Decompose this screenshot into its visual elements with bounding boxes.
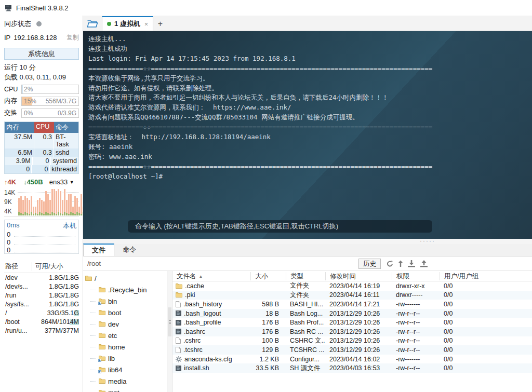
pane-splitter[interactable]: ····· [83,239,532,244]
sidebar: 同步状态 IP 192.168.8.128 复制 系统信息 运行 10 分 负载… [0,16,83,392]
disk-path: /sys/fs... [5,301,34,308]
disk-row[interactable]: /boot864M/1014M [4,317,79,326]
folder-icon [99,287,105,293]
file-mtime-cell: 2023/04/14 17:21 [325,301,392,308]
interface-selector[interactable]: ens33 ▼ [49,178,74,186]
connection-manager-button[interactable] [83,17,102,30]
tree-item[interactable]: media [83,375,167,387]
file-name: .bashrc [184,328,205,335]
system-info-button[interactable]: 系统信息 [4,48,79,60]
process-col-memory[interactable]: 内存 [5,122,34,133]
col-mtime[interactable]: 修改时间 [325,272,392,280]
main-area: 1 虚拟机 × + 连接主机...连接主机成功Last login: Fri A… [83,16,532,392]
file-type-cell: Bash RC ... [286,328,325,335]
network-chart-bars [18,187,78,215]
download-bar [47,213,49,215]
tree-item[interactable]: home [83,341,167,353]
download-bar [51,212,53,215]
download-bar [33,214,34,215]
table-row[interactable]: .bash_profile176 BBash Prof...2013/12/29… [172,318,532,327]
disk-row[interactable]: /33G/35.1G [4,308,79,317]
tree-item[interactable]: mnt [83,387,167,392]
upload-icon[interactable] [420,260,428,267]
process-row[interactable]: 3.9M0systemd [5,157,78,165]
upload-bar [22,200,24,215]
upload-bar [54,189,55,215]
table-row[interactable]: .bashrc176 BBash RC ...2013/12/29 10:26-… [172,327,532,336]
col-size[interactable]: 大小 [250,272,286,280]
tree-guide [90,335,96,336]
disk-size: 377M/377M [34,327,79,334]
table-row[interactable]: anaconda-ks.cfg1.2 KBConfigur...2023/04/… [172,355,532,364]
table-row[interactable]: .bash_history598 BBASH_HI...2023/04/14 1… [172,300,532,309]
command-input-hint[interactable]: 命令输入 (按ALT键提示历史,TAB键路径,ESC键返回,双击CTRL切换) [128,220,432,233]
process-row[interactable]: 00kthreadd [5,165,78,173]
process-row[interactable]: 6.5M0.3sshd [5,148,78,157]
tree-item[interactable]: etc [83,330,167,341]
page-icon [176,301,181,307]
disk-col-size[interactable]: 可用/大小 [35,262,63,271]
process-row[interactable]: 37.5M0.3BT-Task [5,133,78,148]
terminal-line: [root@localhost ~]# [88,172,532,182]
file-mtime-cell: 2023/04/03 16:53 [325,364,392,372]
link-folder-icon [99,355,105,361]
tree-item[interactable]: boot [83,307,167,318]
tree-item[interactable]: .Recycle_bin [83,284,167,295]
disk-row[interactable]: /run/u...377M/377M [4,326,79,335]
table-row[interactable]: .pki文件夹2023/04/14 16:11drwxr-----0/0 [172,291,532,300]
load-text: 负载 0.03, 0.11, 0.09 [4,73,79,82]
tab-files[interactable]: 文件 [83,244,114,256]
table-row[interactable]: .tcshrc129 BTCSHRC ...2013/12/29 10:26-r… [172,345,532,355]
disk-size: 864M/1014M [34,318,79,326]
process-col-command[interactable]: 命令 [54,122,78,133]
tree-item[interactable]: lib64 [83,364,167,375]
file-perm-cell: -rw-r--r-- [392,364,440,372]
splitter-handle[interactable]: ····· [420,237,435,245]
disk-col-path[interactable]: 路径 [5,262,32,271]
disk-row[interactable]: /sys/fs...1.8G/1.8G [4,300,79,308]
close-tab-icon[interactable]: × [144,20,149,28]
upload-bar [47,194,49,215]
download-bar [68,214,70,215]
table-row[interactable]: .cshrc100 BCSHRC 文...2013/12/29 10:26-rw… [172,336,532,346]
refresh-icon[interactable] [386,260,394,267]
cpu-gauge-label: CPU [4,86,21,93]
tab-commands[interactable]: 命令 [114,244,144,256]
disk-row[interactable]: /dev/s...1.8G/1.8G [4,282,79,291]
col-perm[interactable]: 权限 [392,272,440,280]
download-bar [35,213,36,215]
ip-value: 192.168.8.128 [14,34,57,42]
process-cell: 37.5M [5,133,34,148]
copy-ip-button[interactable]: 复制 [66,33,79,42]
tree-guide [90,301,96,302]
path-input[interactable]: /root [87,260,101,267]
file-type-cell: TCSHRC ... [286,346,325,354]
download-bar [64,212,65,215]
process-cell: 0.3 [34,148,54,157]
terminal[interactable]: 连接主机...连接主机成功Last login: Fri Apr 14 17:1… [83,31,532,239]
disk-row[interactable]: /dev1.8G/1.8G [4,273,79,282]
table-row[interactable]: install.sh33.5 KBSH 源文件2023/04/03 16:53-… [172,363,532,373]
disk-row[interactable]: /run1.8G/1.8G [4,291,79,300]
col-owner[interactable]: 用户/用户组 [440,272,532,280]
session-tab[interactable]: 1 虚拟机 × [102,16,153,31]
terminal-line: 请大家不要用于商用，否者如引起一切纠纷和本人与论坛无关，后果自负，请下载后24小… [88,93,532,103]
tree-scrollbar[interactable] [167,271,172,392]
cpu-gauge: CPU 2% [4,84,79,94]
tree-item[interactable]: dev [83,318,167,330]
col-type[interactable]: 类型 [286,272,325,280]
folder-icon [99,309,105,316]
process-col-cpu[interactable]: CPU [34,122,54,133]
download-icon[interactable] [407,260,416,267]
up-directory-icon[interactable] [398,260,403,267]
new-tab-button[interactable]: + [153,19,167,31]
table-row[interactable]: .bash_logout18 BBash Log...2013/12/29 10… [172,309,532,318]
history-button[interactable]: 历史 [358,259,381,269]
table-row[interactable]: .cache文件夹2023/04/14 16:19drwxr-xr-x0/0 [172,281,532,291]
tree-item[interactable]: bin [83,295,167,307]
tree-item[interactable]: lib [83,353,167,364]
terminal-line: 账号: aaeink [88,142,532,152]
col-filename[interactable]: 文件名▲ [172,272,250,280]
tree-item-label: home [108,343,125,351]
tree-item-root[interactable]: / [83,273,167,284]
